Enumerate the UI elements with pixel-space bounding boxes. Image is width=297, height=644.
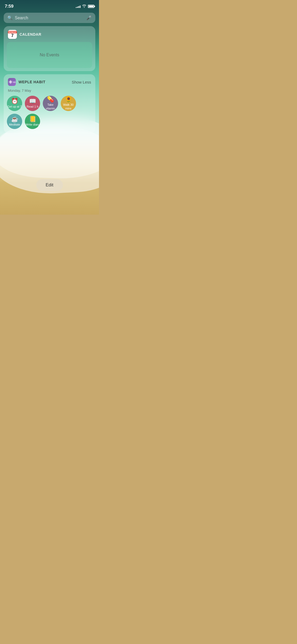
signal-bars-icon — [76, 5, 81, 8]
signal-bar-3 — [78, 6, 79, 8]
status-bar: 7:59 — [0, 0, 99, 11]
search-bar[interactable]: 🔍 Search 🎤 — [4, 13, 95, 23]
battery-fill — [89, 6, 93, 7]
habit-item[interactable]: 💊Take vitamin — [43, 96, 58, 111]
battery-icon — [88, 5, 94, 8]
habit-item[interactable]: ⏰Get up at 7 — [7, 96, 22, 111]
signal-bar-4 — [80, 6, 81, 8]
status-icons — [76, 4, 94, 8]
calendar-header: Monday 7 CALENDAR — [4, 26, 95, 42]
calendar-widget-title: CALENDAR — [20, 32, 41, 36]
calendar-widget: Monday 7 CALENDAR No Events — [4, 26, 95, 71]
no-events-label: No Events — [40, 53, 59, 57]
search-input[interactable]: Search — [15, 16, 84, 20]
habit-item[interactable]: 🌻Walk 30 mins — [61, 96, 76, 111]
signal-bar-2 — [77, 7, 78, 8]
status-time: 7:59 — [5, 4, 13, 9]
habit-date: Monday, 7 May — [4, 89, 95, 96]
habit-item[interactable]: ☕Meditate — [7, 114, 22, 129]
habit-widget-title: WEPLE HABIT — [18, 80, 45, 84]
habit-header-left: ∞ WEPLE HABIT — [8, 78, 45, 86]
habit-item[interactable]: 📒Write diary — [25, 114, 40, 129]
content-area: 🔍 Search 🎤 Monday 7 CALENDAR No Events — [0, 11, 99, 133]
edit-button-wrap: Edit — [36, 179, 63, 191]
edit-button[interactable]: Edit — [36, 179, 63, 191]
calendar-day-num: 7 — [11, 33, 14, 38]
wifi-icon — [82, 4, 86, 8]
calendar-app-icon: Monday 7 — [8, 30, 17, 39]
show-less-button[interactable]: Show Less — [72, 80, 91, 84]
calendar-body: No Events — [7, 42, 92, 68]
habit-icons-row: ⏰Get up at 7📖Read 1 h💊Take vitamin🌻Walk … — [4, 96, 95, 129]
microphone-icon[interactable]: 🎤 — [86, 15, 92, 20]
weple-habit-icon: ∞ — [8, 78, 16, 86]
calendar-day-label: Monday — [8, 31, 17, 33]
signal-bar-1 — [76, 7, 77, 8]
habit-header: ∞ WEPLE HABIT Show Less — [4, 74, 95, 89]
search-icon: 🔍 — [7, 15, 13, 20]
habit-item[interactable]: 📖Read 1 h — [25, 96, 40, 111]
habit-widget: ∞ WEPLE HABIT Show Less Monday, 7 May ⏰G… — [4, 74, 95, 133]
